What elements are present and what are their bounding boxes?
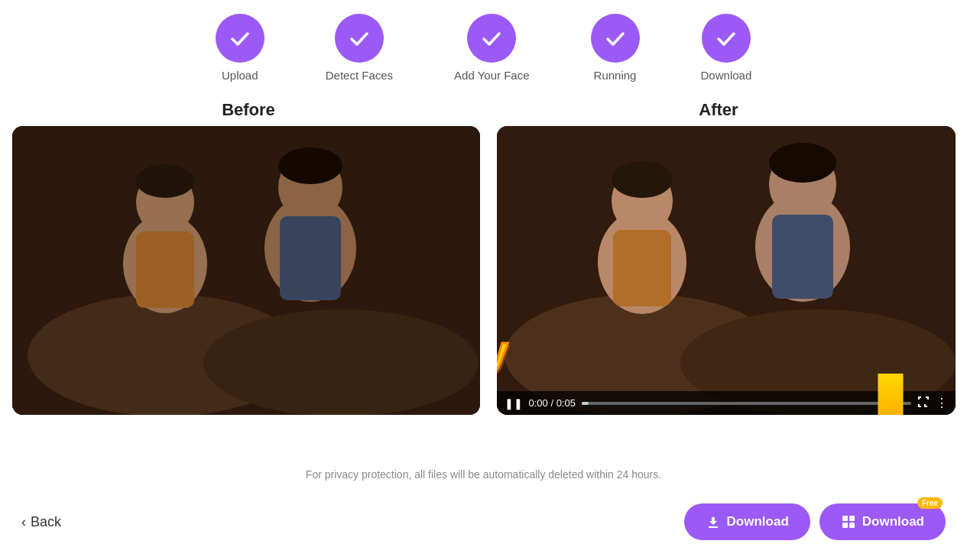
svg-rect-26 [849,516,855,521]
before-video-box[interactable] [12,126,480,415]
svg-rect-27 [842,523,848,528]
step-circle-detect [335,14,384,63]
action-buttons: Download Free Download [684,503,946,540]
svg-rect-11 [12,126,480,415]
after-video-box[interactable]: 6.Improve the video quality ❚❚ 0:00 / 0:… [497,126,956,415]
play-pause-btn[interactable]: ❚❚ [505,397,523,409]
step-label-detect: Detect Faces [326,69,393,82]
time-display: 0:00 / 0:05 [529,397,576,409]
after-scene-svg [497,126,956,415]
video-controls[interactable]: ❚❚ 0:00 / 0:05 ⋮ [497,391,956,415]
step-circle-download [702,14,751,63]
download-btn-label: Download [727,514,789,529]
progress-bar[interactable] [582,402,911,405]
step-label-running: Running [594,69,637,82]
videos-row: 6.Improve the video quality ❚❚ 0:00 / 0:… [0,126,967,415]
step-label-upload: Upload [222,69,258,82]
after-label: After [699,100,738,119]
check-icon-detect [347,26,372,50]
step-detect-faces: Detect Faces [326,14,393,82]
step-circle-upload [216,14,264,63]
svg-rect-28 [849,523,855,528]
step-add-face: Add Your Face [454,14,529,82]
back-button[interactable]: ‹ Back [21,514,61,530]
step-circle-add [467,14,516,63]
before-video-scene [12,126,480,415]
back-label: Back [31,514,61,530]
check-icon-running [603,26,628,50]
back-chevron-icon: ‹ [21,514,26,530]
step-label-download: Download [701,69,752,82]
after-label-wrap: After [484,100,954,120]
more-options-btn[interactable]: ⋮ [936,396,948,410]
download-pro-label: Download [862,514,924,529]
free-badge: Free [917,497,943,509]
step-running: Running [591,14,640,82]
check-icon-add [479,26,504,50]
check-icon-upload [228,26,252,50]
step-upload: Upload [216,14,264,82]
bottom-bar: ‹ Back Download Free Download [0,493,967,551]
download-pro-button[interactable]: Free Download [819,503,946,540]
before-label-wrap: Before [14,100,484,120]
svg-rect-23 [497,126,956,415]
download-icon [706,514,721,529]
step-circle-running [591,14,640,63]
before-scene-svg [12,126,480,415]
compare-labels: Before After [0,100,967,120]
fullscreen-btn[interactable] [917,396,930,410]
steps-bar: Upload Detect Faces Add Your Face Runnin… [0,0,967,89]
check-icon-download [714,26,738,50]
step-download: Download [701,14,752,82]
step-label-add: Add Your Face [454,69,529,82]
before-label: Before [222,100,275,119]
download-button[interactable]: Download [684,503,810,540]
privacy-text: For privacy protection, all files will b… [0,468,967,481]
download-pro-icon [841,514,856,529]
svg-rect-25 [842,516,848,521]
after-video-scene [497,126,956,415]
progress-fill [582,402,589,405]
